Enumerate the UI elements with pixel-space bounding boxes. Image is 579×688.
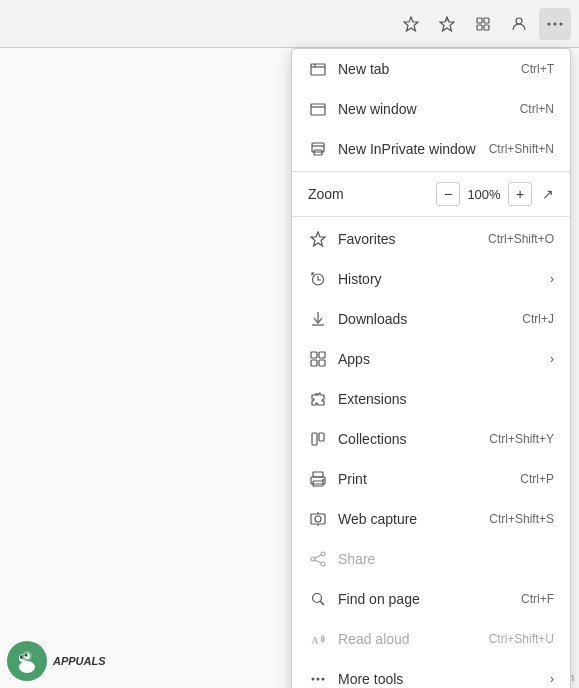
menu-item-new-inprivate[interactable]: New InPrivate window Ctrl+Shift+N [292, 129, 570, 169]
extensions-icon [308, 389, 328, 409]
zoom-label: Zoom [308, 186, 436, 202]
downloads-icon [308, 309, 328, 329]
moretools-icon [308, 669, 328, 688]
history-icon [308, 269, 328, 289]
menu-item-favorites[interactable]: Favorites Ctrl+Shift+O [292, 219, 570, 259]
collections-button[interactable] [467, 8, 499, 40]
findonpage-label: Find on page [338, 591, 513, 607]
favorites-icon [308, 229, 328, 249]
svg-rect-27 [313, 472, 323, 477]
downloads-shortcut: Ctrl+J [522, 312, 554, 326]
divider-2 [292, 216, 570, 217]
svg-rect-5 [477, 25, 482, 30]
favorites-label: Favorites [338, 231, 480, 247]
downloads-label: Downloads [338, 311, 514, 327]
menu-item-new-tab[interactable]: New tab Ctrl+T [292, 49, 570, 89]
favorites-button[interactable] [395, 8, 427, 40]
share-label: Share [338, 551, 554, 567]
svg-point-40 [313, 594, 322, 603]
webcapture-shortcut: Ctrl+Shift+S [489, 512, 554, 526]
menu-item-downloads[interactable]: Downloads Ctrl+J [292, 299, 570, 339]
svg-point-43 [312, 678, 315, 681]
menu-item-collections[interactable]: Collections Ctrl+Shift+Y [292, 419, 570, 459]
appuals-logo [5, 639, 49, 683]
svg-line-38 [315, 555, 321, 558]
collections-label: Collections [338, 431, 481, 447]
svg-text:A: A [311, 634, 319, 646]
print-shortcut: Ctrl+P [520, 472, 554, 486]
svg-rect-4 [484, 18, 489, 23]
new-window-label: New window [338, 101, 512, 117]
svg-point-32 [315, 516, 321, 522]
svg-point-36 [321, 562, 325, 566]
readaloud-label: Read aloud [338, 631, 481, 647]
print-icon [308, 469, 328, 489]
apps-icon [308, 349, 328, 369]
menu-item-extensions[interactable]: Extensions [292, 379, 570, 419]
moretools-label: More tools [338, 671, 542, 687]
reading-list-button[interactable] [431, 8, 463, 40]
svg-point-30 [322, 479, 324, 481]
apps-label: Apps [338, 351, 542, 367]
newtab-icon [308, 59, 328, 79]
svg-rect-11 [311, 64, 325, 75]
new-inprivate-label: New InPrivate window [338, 141, 481, 157]
svg-point-9 [554, 22, 557, 25]
share-icon [308, 549, 328, 569]
menu-item-print[interactable]: Print Ctrl+P [292, 459, 570, 499]
menu-item-new-window[interactable]: New window Ctrl+N [292, 89, 570, 129]
zoom-expand-icon[interactable]: ↗ [542, 186, 554, 202]
readaloud-icon: A [308, 629, 328, 649]
svg-point-8 [548, 22, 551, 25]
webcapture-label: Web capture [338, 511, 481, 527]
menu-item-history[interactable]: History › [292, 259, 570, 299]
svg-point-35 [321, 552, 325, 556]
readaloud-shortcut: Ctrl+Shift+U [489, 632, 554, 646]
webcapture-icon [308, 509, 328, 529]
moretools-arrow: › [550, 672, 554, 686]
profile-button[interactable] [503, 8, 535, 40]
zoom-increase-button[interactable]: + [508, 182, 532, 206]
print-label: Print [338, 471, 512, 487]
menu-item-share: Share [292, 539, 570, 579]
favorites-shortcut: Ctrl+Shift+O [488, 232, 554, 246]
new-inprivate-shortcut: Ctrl+Shift+N [489, 142, 554, 156]
menu-item-readaloud: A Read aloud Ctrl+Shift+U [292, 619, 570, 659]
menu-item-apps[interactable]: Apps › [292, 339, 570, 379]
zoom-controls: − 100% + ↗ [436, 182, 554, 206]
appuals-branding: APPUALS [5, 639, 106, 683]
svg-rect-3 [477, 18, 482, 23]
collections-icon [308, 429, 328, 449]
browser-toolbar [0, 0, 579, 48]
zoom-row: Zoom − 100% + ↗ [292, 174, 570, 214]
svg-marker-17 [311, 232, 325, 246]
findonpage-shortcut: Ctrl+F [521, 592, 554, 606]
svg-point-37 [311, 557, 315, 561]
svg-rect-25 [312, 433, 317, 445]
new-tab-label: New tab [338, 61, 513, 77]
collections-shortcut: Ctrl+Shift+Y [489, 432, 554, 446]
svg-marker-0 [404, 17, 418, 31]
apps-arrow: › [550, 352, 554, 366]
svg-point-10 [560, 22, 563, 25]
more-options-button[interactable] [539, 8, 571, 40]
page-content: New tab Ctrl+T New window Ctrl+N [0, 48, 579, 688]
svg-rect-24 [319, 360, 325, 366]
zoom-value: 100% [466, 187, 502, 202]
svg-line-39 [315, 560, 321, 563]
svg-rect-13 [311, 104, 325, 115]
history-arrow: › [550, 272, 554, 286]
find-icon [308, 589, 328, 609]
svg-point-50 [19, 661, 35, 673]
menu-item-moretools[interactable]: More tools › [292, 659, 570, 688]
extensions-label: Extensions [338, 391, 554, 407]
menu-item-findonpage[interactable]: Find on page Ctrl+F [292, 579, 570, 619]
svg-rect-21 [311, 352, 317, 358]
menu-item-webcapture[interactable]: Web capture Ctrl+Shift+S [292, 499, 570, 539]
svg-rect-26 [319, 433, 324, 441]
new-tab-shortcut: Ctrl+T [521, 62, 554, 76]
svg-point-45 [322, 678, 325, 681]
zoom-decrease-button[interactable]: − [436, 182, 460, 206]
divider-1 [292, 171, 570, 172]
inprivate-icon [308, 139, 328, 159]
